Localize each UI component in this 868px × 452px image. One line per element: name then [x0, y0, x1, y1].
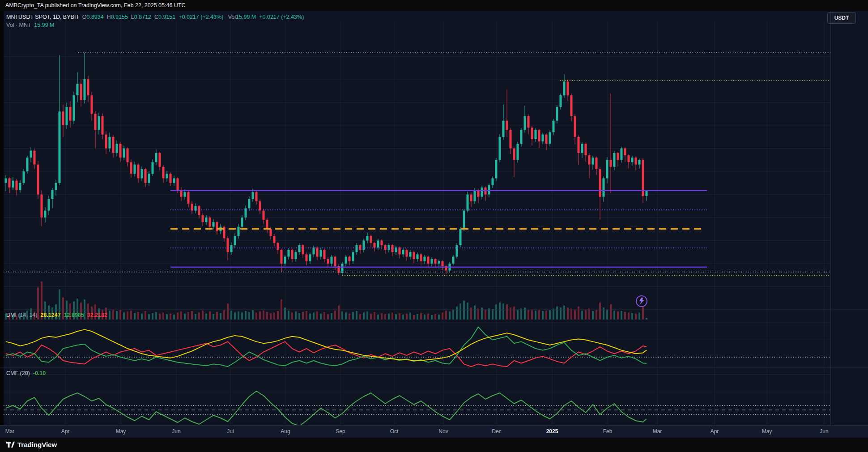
symbol-title: MNTUSDT SPOT, 1D, BYBIT: [6, 14, 79, 20]
footer-bar: TradingView: [0, 438, 868, 452]
tradingview-logo-text: TradingView: [17, 441, 57, 448]
time-axis-month-label: May: [762, 428, 772, 435]
volume-value: 15.99 M: [236, 14, 256, 20]
time-axis-month-label: Apr: [711, 428, 719, 435]
volume-change: +0.0217 (+2.43%): [259, 14, 304, 20]
vol-mnt-value: 15.99 M: [34, 22, 54, 28]
time-axis-month-label: Nov: [438, 428, 448, 435]
dmi-legend[interactable]: DMI (14, 14) 28.1247 12.8985 32.2182: [6, 312, 107, 318]
adx-value: 28.1247: [40, 312, 60, 318]
lightning-button[interactable]: [632, 291, 651, 311]
time-axis-month-label: May: [116, 428, 126, 435]
tradingview-chart-page: AMBCrypto_TA published on TradingView.co…: [0, 0, 868, 452]
published-header: AMBCrypto_TA published on TradingView.co…: [0, 0, 868, 11]
volume-legend[interactable]: Vol · MNT 15.99 M: [6, 22, 54, 28]
time-axis-month-label: Mar: [5, 428, 15, 435]
symbol-legend[interactable]: MNTUSDT SPOT, 1D, BYBIT O0.8934 H0.9155 …: [6, 14, 304, 20]
time-axis-month-label: Aug: [281, 428, 290, 435]
tradingview-logo[interactable]: TradingView: [6, 440, 57, 449]
pane-separator-dmi[interactable]: [0, 310, 868, 310]
cmf-value: -0.10: [33, 370, 46, 376]
chart-area[interactable]: [0, 11, 868, 425]
price-axis[interactable]: 1.30001.20001.10001.00000.80000.70000.60…: [830, 11, 868, 425]
time-axis-month-label: Feb: [603, 428, 613, 435]
time-axis-month-label: Jun: [172, 428, 180, 435]
high-value: 0.9155: [111, 14, 128, 20]
time-axis-month-label: Sep: [336, 428, 345, 435]
time-axis-month-label: Jul: [227, 428, 234, 435]
time-axis-month-label: Mar: [653, 428, 662, 435]
published-text: AMBCrypto_TA published on TradingView.co…: [5, 2, 186, 9]
time-axis-year-label: 2025: [546, 428, 558, 435]
minus-di-value: 32.2182: [87, 312, 107, 318]
time-axis-month-label: Apr: [61, 428, 70, 435]
time-axis-month-label: Dec: [492, 428, 501, 435]
change-value: +0.0217 (+2.43%): [179, 14, 223, 20]
time-axis-month-label: Jun: [820, 428, 828, 435]
pane-separator-cmf[interactable]: [0, 367, 868, 367]
low-value: 0.8712: [134, 14, 151, 20]
tradingview-logo-icon: [6, 440, 15, 449]
left-edge-strip: [0, 11, 4, 425]
close-value: 0.9151: [158, 14, 175, 20]
time-axis-month-label: Oct: [390, 428, 399, 435]
chart-canvas[interactable]: [0, 21, 868, 436]
open-value: 0.8934: [86, 14, 103, 20]
time-axis[interactable]: MarAprMayJunJulAugSepOctNovDec2025FebMar…: [0, 425, 868, 438]
cmf-legend[interactable]: CMF (20) -0.10: [6, 370, 46, 376]
plus-di-value: 12.8985: [64, 312, 84, 318]
